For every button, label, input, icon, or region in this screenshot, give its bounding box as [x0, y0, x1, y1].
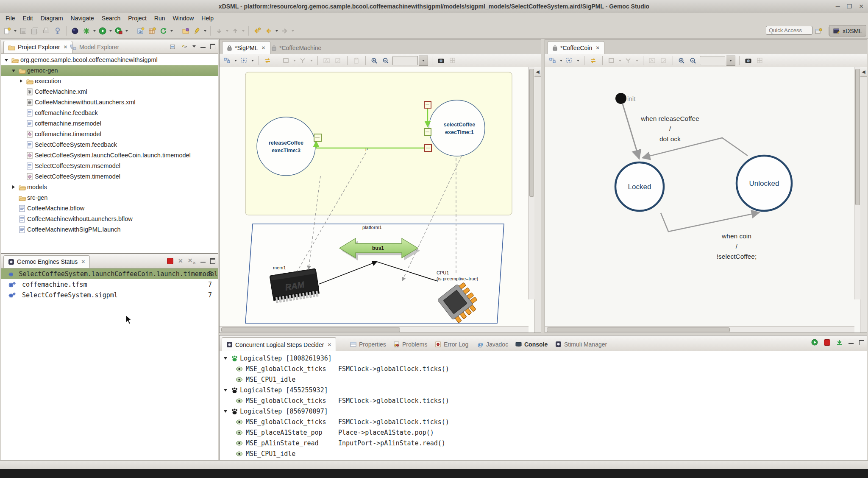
menu-window[interactable]: Window — [169, 14, 198, 23]
tab-problems[interactable]: Problems — [389, 337, 431, 351]
tree-row[interactable]: CoffeeMachinewithoutLaunchers.bflow — [1, 214, 218, 224]
horizontal-scrollbar[interactable] — [220, 326, 529, 333]
tree-row[interactable]: src-gen — [1, 193, 218, 203]
maximize-view-icon[interactable] — [210, 44, 215, 49]
menu-help[interactable]: Help — [198, 14, 217, 23]
refresh-diagram-icon[interactable] — [588, 56, 598, 66]
open-perspective-icon[interactable] — [813, 26, 824, 37]
zoom-combo-drop[interactable] — [726, 56, 735, 66]
tab-error-log[interactable]: Error Log — [431, 337, 473, 351]
highlighter-icon[interactable] — [192, 25, 203, 36]
tree-row[interactable]: SelectCoffeeSystem.timemodel — [1, 171, 218, 182]
logical-step-row[interactable]: LogicalStep [1008261936] — [220, 353, 867, 364]
sigpml-canvas[interactable]: platform1 bus1 mem1 RAM — [220, 67, 541, 333]
save-icon[interactable] — [18, 25, 29, 36]
select-mode-icon[interactable] — [239, 56, 249, 66]
event-row[interactable]: MSE_globalClock_ticks FSMClock->globalCl… — [220, 364, 867, 375]
maximize-icon[interactable]: ❐ — [847, 0, 852, 13]
zoom-out-icon[interactable] — [381, 56, 391, 66]
quick-access-input[interactable] — [766, 26, 812, 35]
engine-row[interactable]: coffemachine.tfsm 7 — [1, 279, 218, 290]
tab-sigpml[interactable]: *SigPML ✕ — [222, 41, 270, 54]
zoom-combo-drop[interactable] — [419, 56, 428, 66]
tab-project-explorer[interactable]: Project Explorer ✕ — [3, 41, 72, 53]
collapse-all-icon[interactable] — [170, 43, 176, 50]
event-row[interactable]: MSE_globalClock_ticks FSMClock->globalCl… — [220, 417, 867, 428]
tree-row[interactable]: CoffeeMachinewithoutLaunchers.xml — [1, 97, 218, 108]
menu-run[interactable]: Run — [150, 14, 169, 23]
decider-tab-close-icon[interactable]: ✕ — [327, 342, 331, 348]
tree-row[interactable]: SelectCoffeeSystem.msemodel — [1, 161, 218, 171]
menu-project[interactable]: Project — [124, 14, 150, 23]
menu-navigate[interactable]: Navigate — [67, 14, 98, 23]
export-image-icon[interactable] — [436, 56, 446, 66]
select-coffee-agent[interactable] — [429, 100, 485, 156]
new-model-icon[interactable]: Gr — [135, 25, 146, 36]
vertical-scrollbar[interactable] — [528, 67, 534, 299]
tree-row[interactable]: CoffeeMachine.xml — [1, 87, 218, 97]
horizontal-scrollbar[interactable] — [545, 326, 854, 333]
select-mode-caret[interactable] — [577, 60, 579, 61]
profile-icon[interactable] — [113, 25, 124, 36]
external-tools-icon[interactable] — [81, 25, 92, 36]
menu-diagram[interactable]: Diagram — [37, 14, 67, 23]
profile-caret[interactable] — [125, 30, 128, 32]
new-wizard-caret[interactable] — [14, 30, 17, 32]
coffeecoin-tab-close-icon[interactable]: ✕ — [595, 45, 600, 51]
coffeecoin-canvas[interactable]: init when releaseCoffee / doLock when co… — [545, 67, 867, 333]
new-wizard-icon[interactable] — [2, 25, 13, 36]
tab-stimuli-manager[interactable]: Stimuli Manager — [551, 337, 611, 351]
close-icon[interactable]: ✕ — [859, 0, 864, 13]
link-editor-icon[interactable] — [181, 43, 188, 50]
zoom-out-icon[interactable] — [688, 56, 698, 66]
save-all-icon[interactable] — [29, 25, 40, 36]
menu-edit[interactable]: Edit — [19, 14, 37, 23]
event-row[interactable]: MSE_globalClock_ticks FSMClock->globalCl… — [220, 396, 867, 406]
tab-logical-steps-decider[interactable]: Concurrent Logical Steps Decider ✕ — [222, 337, 336, 352]
xdsml-perspective-button[interactable]: xDSML — [829, 25, 866, 36]
run-icon[interactable] — [97, 25, 108, 36]
stop-engine-icon[interactable] — [167, 258, 173, 264]
maximize-view-icon[interactable] — [859, 340, 864, 345]
minimize-view-icon[interactable] — [200, 262, 206, 264]
event-row[interactable]: MSE_pA1inState_read InputPort->pA1inStat… — [220, 438, 867, 449]
zoom-level-combo[interactable] — [392, 56, 418, 65]
layout-caret[interactable] — [234, 60, 237, 61]
event-row[interactable]: MSE_CPU1_idle — [220, 449, 867, 459]
tree-row[interactable]: CoffeeMachinewithSigPML.launch — [1, 224, 218, 235]
tab-engines-status[interactable]: Gemoc Engines Status ✕ — [3, 255, 90, 268]
play-icon[interactable] — [811, 339, 818, 346]
vertical-scrollbar[interactable] — [854, 67, 860, 299]
tree-row[interactable]: coffemachine.feedback — [1, 108, 218, 118]
layout-caret[interactable] — [560, 60, 562, 61]
menu-file[interactable]: File — [2, 14, 19, 23]
logical-step-row[interactable]: LogicalStep [856970097] — [220, 406, 867, 417]
new-table-icon[interactable] — [147, 25, 158, 36]
event-row[interactable]: MSE_placeA1State_pop Place->placeA1State… — [220, 428, 867, 438]
anchor-icon[interactable] — [52, 25, 63, 36]
engine-row[interactable]: SelectCoffeeSystem.sigpml 7 — [1, 290, 218, 300]
layout-icon[interactable] — [548, 56, 558, 66]
select-mode-caret[interactable] — [251, 60, 254, 61]
back-caret[interactable] — [275, 30, 278, 32]
release-coffee-agent[interactable] — [257, 117, 315, 176]
logical-step-row[interactable]: LogicalStep [455255932] — [220, 385, 867, 396]
refresh-model-caret[interactable] — [170, 30, 173, 32]
zoom-in-icon[interactable] — [677, 56, 687, 66]
stop-icon[interactable] — [824, 339, 830, 346]
globe-icon[interactable] — [70, 25, 81, 36]
tab-properties[interactable]: Properties — [346, 337, 390, 351]
refresh-model-icon[interactable] — [158, 25, 169, 36]
tab-javadoc[interactable]: @ Javadoc — [473, 337, 512, 351]
tree-row[interactable]: SelectCoffeeSystem.feedback — [1, 140, 218, 150]
step-icon[interactable] — [836, 339, 843, 346]
minimize-icon[interactable]: ─ — [836, 0, 840, 13]
external-tools-caret[interactable] — [93, 30, 96, 32]
tree-row[interactable]: coffemachine.timemodel — [1, 129, 218, 140]
open-folder-icon[interactable] — [180, 25, 191, 36]
run-caret[interactable] — [109, 30, 112, 32]
zoom-level-combo[interactable] — [700, 56, 725, 65]
tree-row[interactable]: models — [1, 182, 218, 193]
last-edit-icon[interactable] — [252, 25, 263, 36]
tree-row[interactable]: org.gemoc.sample.bcool.coffeemachinewith… — [1, 55, 218, 65]
